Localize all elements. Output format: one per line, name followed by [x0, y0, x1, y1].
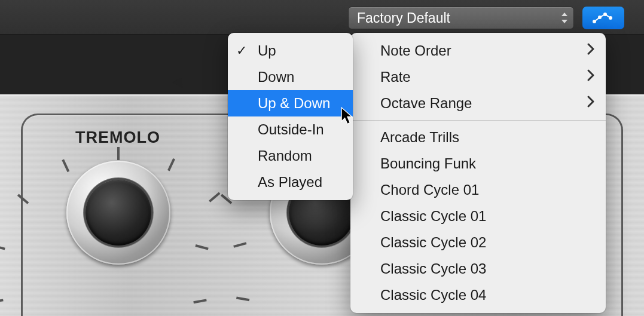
- knob-tick: [62, 159, 69, 173]
- arp-icon: [591, 12, 615, 24]
- tremolo-knob[interactable]: [56, 150, 181, 275]
- knob-tick: [233, 242, 246, 248]
- preset-item-label: Classic Cycle 02: [380, 234, 486, 251]
- submenu-item-label: Up & Down: [258, 95, 330, 112]
- knob-tick: [195, 244, 208, 250]
- preset-dropdown-label: Factory Default: [357, 10, 450, 26]
- tremolo-label: TREMOLO: [75, 128, 160, 147]
- toolbar: Factory Default: [0, 0, 644, 35]
- preset-item[interactable]: Classic Cycle 04: [350, 282, 606, 308]
- preset-item[interactable]: Chord Cycle 01: [350, 177, 606, 203]
- submenu-item-as-played[interactable]: As Played: [228, 169, 353, 195]
- submenu-item-outside-in[interactable]: Outside-In: [228, 116, 353, 143]
- check-icon: ✓: [236, 43, 247, 59]
- preset-item-label: Chord Cycle 01: [380, 182, 479, 198]
- submenu-item-label: Random: [258, 148, 312, 164]
- arpeggiator-button[interactable]: [582, 7, 624, 29]
- preset-menu[interactable]: Note OrderRateOctave RangeArcade TrillsB…: [350, 33, 606, 313]
- menu-item-note-order[interactable]: Note Order: [350, 38, 606, 64]
- knob-tick: [209, 192, 220, 203]
- chevron-right-icon: [587, 69, 595, 85]
- preset-item-label: Classic Cycle 01: [380, 208, 486, 225]
- menu-item-label: Note Order: [380, 42, 451, 59]
- submenu-item-label: As Played: [258, 174, 322, 191]
- preset-dropdown[interactable]: Factory Default: [348, 7, 574, 29]
- knob-tick: [0, 244, 5, 250]
- submenu-item-label: Outside-In: [258, 121, 324, 138]
- knob-tick: [17, 194, 29, 204]
- chevron-right-icon: [587, 95, 595, 112]
- preset-item[interactable]: Arcade Trills: [350, 124, 606, 151]
- knob-cap: [86, 180, 151, 246]
- knob-tick: [193, 299, 206, 303]
- menu-item-rate[interactable]: Rate: [350, 64, 606, 90]
- preset-item[interactable]: Classic Cycle 01: [350, 203, 606, 229]
- menu-item-octave-range[interactable]: Octave Range: [350, 90, 606, 116]
- preset-item-label: Arcade Trills: [380, 129, 459, 146]
- knob-tick: [236, 296, 249, 301]
- preset-item-label: Bouncing Funk: [380, 155, 476, 172]
- submenu-item-label: Up: [258, 42, 276, 59]
- knob-tick: [0, 299, 4, 303]
- submenu-item-label: Down: [258, 69, 294, 85]
- preset-item-label: Classic Cycle 03: [380, 260, 486, 277]
- submenu-item-down[interactable]: Down: [228, 64, 353, 90]
- menu-item-label: Octave Range: [380, 95, 472, 112]
- updown-arrows-icon: [560, 13, 569, 23]
- chevron-right-icon: [587, 42, 595, 59]
- menu-separator: [350, 120, 606, 121]
- preset-item[interactable]: Bouncing Funk: [350, 151, 606, 177]
- submenu-item-random[interactable]: Random: [228, 143, 353, 169]
- preset-item[interactable]: Classic Cycle 02: [350, 229, 606, 256]
- preset-item-label: Classic Cycle 04: [380, 287, 486, 303]
- note-order-submenu[interactable]: ✓UpDownUp & DownOutside-InRandomAs Playe…: [228, 33, 353, 200]
- menu-item-label: Rate: [380, 69, 411, 85]
- submenu-item-up[interactable]: ✓Up: [228, 38, 353, 64]
- knob-tick: [167, 158, 175, 171]
- preset-item[interactable]: Classic Cycle 03: [350, 256, 606, 282]
- submenu-item-up-down[interactable]: Up & Down: [228, 90, 353, 116]
- knob-tick: [117, 147, 120, 160]
